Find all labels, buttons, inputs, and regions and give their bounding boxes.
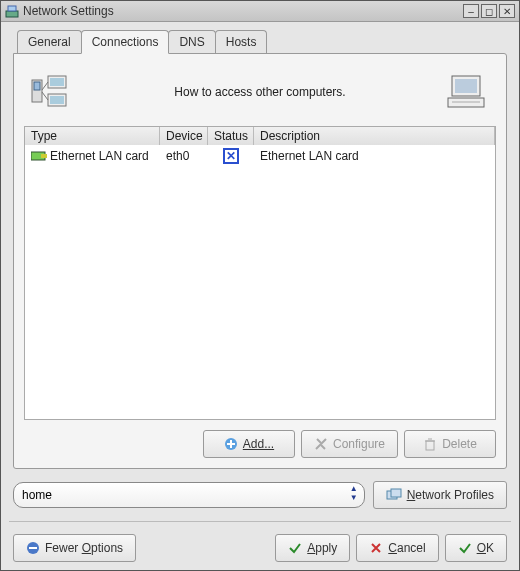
svg-rect-19 <box>426 441 434 450</box>
table-header: Type Device Status Description <box>25 127 495 145</box>
svg-rect-15 <box>41 154 47 158</box>
ok-label: OK <box>477 541 494 555</box>
ok-button[interactable]: OK <box>445 534 507 562</box>
add-button[interactable]: Add... <box>203 430 295 458</box>
col-type[interactable]: Type <box>25 127 160 145</box>
col-device[interactable]: Device <box>160 127 208 145</box>
x-icon <box>369 541 383 555</box>
panel-description: How to access other computers. <box>82 85 438 99</box>
tab-panel-connections: How to access other computers. Type Devi… <box>13 53 507 469</box>
apply-label: Apply <box>307 541 337 555</box>
network-profiles-label: etwork Profiles <box>415 488 494 502</box>
combo-spinner[interactable]: ▲ ▼ <box>348 485 360 503</box>
computer-icon <box>438 72 496 112</box>
col-description[interactable]: Description <box>254 127 495 145</box>
svg-line-8 <box>42 82 48 90</box>
check-icon <box>458 541 472 555</box>
chevron-down-icon[interactable]: ▼ <box>348 494 360 503</box>
cell-type: Ethernet LAN card <box>25 148 160 164</box>
cancel-button[interactable]: Cancel <box>356 534 438 562</box>
configure-button[interactable]: Configure <box>301 430 398 458</box>
profile-combo[interactable]: home ▲ ▼ <box>13 482 365 508</box>
tab-bar: General Connections DNS Hosts <box>17 30 507 54</box>
tab-hosts[interactable]: Hosts <box>215 30 268 54</box>
content: General Connections DNS Hosts <box>1 22 519 570</box>
svg-line-9 <box>42 92 48 100</box>
minimize-button[interactable]: – <box>463 4 479 18</box>
cell-device: eth0 <box>160 148 208 164</box>
maximize-button[interactable]: ◻ <box>481 4 497 18</box>
delete-button[interactable]: Delete <box>404 430 496 458</box>
svg-rect-7 <box>50 96 64 104</box>
titlebar: Network Settings – ◻ ✕ <box>1 1 519 22</box>
svg-rect-0 <box>6 11 18 17</box>
network-profiles-button[interactable]: Network Profiles <box>373 481 507 509</box>
add-label: Add... <box>243 437 274 451</box>
profile-selected: home <box>22 488 52 502</box>
status-disabled-icon: ✕ <box>223 148 239 164</box>
tab-connections[interactable]: Connections <box>81 30 170 54</box>
apply-button[interactable]: Apply <box>275 534 350 562</box>
plus-icon <box>224 437 238 451</box>
devices-icon <box>24 72 82 112</box>
svg-rect-1 <box>8 6 16 11</box>
configure-label: Configure <box>333 437 385 451</box>
minus-icon <box>26 541 40 555</box>
cancel-label: Cancel <box>388 541 425 555</box>
close-button[interactable]: ✕ <box>499 4 515 18</box>
profiles-icon <box>386 488 402 502</box>
svg-rect-5 <box>50 78 64 86</box>
tools-icon <box>314 437 328 451</box>
fewer-options-label: Fewer Options <box>45 541 123 555</box>
cell-type-text: Ethernet LAN card <box>50 149 149 163</box>
svg-rect-11 <box>455 79 477 93</box>
panel-header: How to access other computers. <box>24 64 496 120</box>
window-controls: – ◻ ✕ <box>463 4 515 18</box>
fewer-options-button[interactable]: Fewer Options <box>13 534 136 562</box>
check-icon <box>288 541 302 555</box>
app-icon <box>5 4 19 18</box>
window-title: Network Settings <box>23 4 463 18</box>
window: Network Settings – ◻ ✕ General Connectio… <box>0 0 520 571</box>
trash-icon <box>423 437 437 451</box>
footer: Fewer Options Apply Cancel OK <box>13 530 507 562</box>
nic-icon <box>31 150 47 162</box>
cell-description: Ethernet LAN card <box>254 148 495 164</box>
tab-dns[interactable]: DNS <box>168 30 215 54</box>
col-status[interactable]: Status <box>208 127 254 145</box>
cell-status: ✕ <box>208 147 254 165</box>
svg-rect-23 <box>391 489 401 497</box>
tab-general[interactable]: General <box>17 30 82 54</box>
panel-button-row: Add... Configure Delete <box>24 430 496 458</box>
profile-row: home ▲ ▼ Network Profiles <box>13 481 507 509</box>
connections-table[interactable]: Type Device Status Description Ethernet … <box>24 126 496 420</box>
delete-label: Delete <box>442 437 477 451</box>
divider <box>9 521 511 522</box>
svg-rect-3 <box>34 82 40 90</box>
table-row[interactable]: Ethernet LAN card eth0 ✕ Ethernet LAN ca… <box>25 145 495 167</box>
